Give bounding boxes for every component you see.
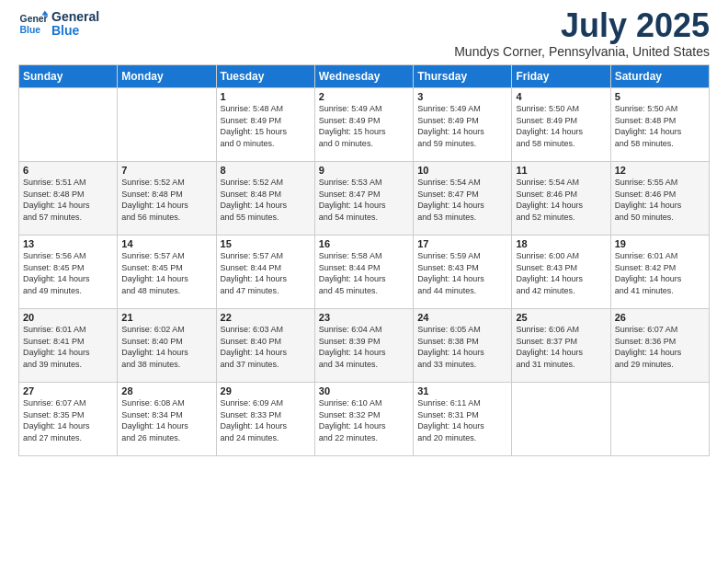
day-number: 13 [23, 238, 113, 249]
calendar-cell: 10Sunrise: 5:54 AM Sunset: 8:47 PM Dayli… [414, 162, 512, 236]
calendar-cell: 15Sunrise: 5:57 AM Sunset: 8:44 PM Dayli… [216, 236, 314, 309]
day-number: 22 [221, 312, 311, 323]
day-number: 31 [417, 385, 507, 396]
day-info: Sunrise: 6:08 AM Sunset: 8:34 PM Dayligh… [121, 397, 211, 443]
day-number: 6 [23, 165, 113, 176]
day-info: Sunrise: 6:02 AM Sunset: 8:40 PM Dayligh… [121, 324, 211, 370]
day-number: 8 [221, 165, 311, 176]
day-info: Sunrise: 5:49 AM Sunset: 8:49 PM Dayligh… [319, 103, 409, 149]
calendar-cell: 12Sunrise: 5:55 AM Sunset: 8:46 PM Dayli… [610, 162, 709, 236]
calendar-cell: 5Sunrise: 5:50 AM Sunset: 8:48 PM Daylig… [610, 88, 709, 162]
day-info: Sunrise: 5:54 AM Sunset: 8:46 PM Dayligh… [516, 177, 606, 223]
weekday-header: Friday [512, 65, 610, 88]
calendar-week-row: 6Sunrise: 5:51 AM Sunset: 8:48 PM Daylig… [19, 162, 710, 236]
calendar-cell: 23Sunrise: 6:04 AM Sunset: 8:39 PM Dayli… [314, 309, 413, 383]
header: General Blue General Blue July 2025 Mund… [18, 9, 710, 59]
calendar-cell: 14Sunrise: 5:57 AM Sunset: 8:45 PM Dayli… [118, 236, 216, 309]
calendar-cell: 13Sunrise: 5:56 AM Sunset: 8:45 PM Dayli… [19, 236, 118, 309]
logo: General Blue General Blue [18, 9, 99, 39]
calendar-cell: 27Sunrise: 6:07 AM Sunset: 8:35 PM Dayli… [19, 383, 118, 456]
logo-line2: Blue [51, 24, 99, 38]
day-info: Sunrise: 6:09 AM Sunset: 8:33 PM Dayligh… [221, 397, 311, 443]
day-number: 10 [417, 165, 507, 176]
day-number: 2 [319, 91, 409, 102]
day-number: 26 [615, 312, 705, 323]
svg-text:General: General [20, 14, 48, 24]
day-info: Sunrise: 5:53 AM Sunset: 8:47 PM Dayligh… [319, 177, 409, 223]
day-number: 19 [615, 238, 705, 249]
day-info: Sunrise: 6:07 AM Sunset: 8:35 PM Dayligh… [23, 397, 113, 443]
day-info: Sunrise: 5:52 AM Sunset: 8:48 PM Dayligh… [221, 177, 311, 223]
calendar-week-row: 20Sunrise: 6:01 AM Sunset: 8:41 PM Dayli… [19, 309, 710, 383]
day-number: 5 [615, 91, 705, 102]
day-number: 17 [417, 238, 507, 249]
calendar-cell: 9Sunrise: 5:53 AM Sunset: 8:47 PM Daylig… [314, 162, 413, 236]
day-number: 14 [121, 238, 211, 249]
calendar-cell: 17Sunrise: 5:59 AM Sunset: 8:43 PM Dayli… [414, 236, 512, 309]
day-info: Sunrise: 6:06 AM Sunset: 8:37 PM Dayligh… [516, 324, 606, 370]
weekday-header: Wednesday [314, 65, 413, 88]
weekday-header: Sunday [19, 65, 118, 88]
calendar-cell [19, 88, 118, 162]
logo-line1: General [51, 10, 99, 24]
day-info: Sunrise: 6:07 AM Sunset: 8:36 PM Dayligh… [615, 324, 705, 370]
day-number: 28 [121, 385, 211, 396]
calendar-cell [512, 383, 610, 456]
day-number: 29 [221, 385, 311, 396]
weekday-header: Monday [118, 65, 216, 88]
calendar-cell: 19Sunrise: 6:01 AM Sunset: 8:42 PM Dayli… [610, 236, 709, 309]
calendar-cell: 1Sunrise: 5:48 AM Sunset: 8:49 PM Daylig… [216, 88, 314, 162]
day-number: 9 [319, 165, 409, 176]
day-info: Sunrise: 5:50 AM Sunset: 8:48 PM Dayligh… [615, 103, 705, 149]
calendar-cell: 20Sunrise: 6:01 AM Sunset: 8:41 PM Dayli… [19, 309, 118, 383]
day-info: Sunrise: 5:48 AM Sunset: 8:49 PM Dayligh… [221, 103, 311, 149]
calendar-cell: 24Sunrise: 6:05 AM Sunset: 8:38 PM Dayli… [414, 309, 512, 383]
logo-icon: General Blue [18, 9, 48, 39]
day-info: Sunrise: 5:57 AM Sunset: 8:45 PM Dayligh… [121, 250, 211, 296]
calendar-cell: 2Sunrise: 5:49 AM Sunset: 8:49 PM Daylig… [314, 88, 413, 162]
calendar-cell: 29Sunrise: 6:09 AM Sunset: 8:33 PM Dayli… [216, 383, 314, 456]
month-title: July 2025 [454, 9, 710, 42]
weekday-header: Thursday [414, 65, 512, 88]
calendar-week-row: 27Sunrise: 6:07 AM Sunset: 8:35 PM Dayli… [19, 383, 710, 456]
day-info: Sunrise: 5:50 AM Sunset: 8:49 PM Dayligh… [516, 103, 606, 149]
day-number: 11 [516, 165, 606, 176]
calendar-cell: 4Sunrise: 5:50 AM Sunset: 8:49 PM Daylig… [512, 88, 610, 162]
day-info: Sunrise: 6:04 AM Sunset: 8:39 PM Dayligh… [319, 324, 409, 370]
calendar-cell: 28Sunrise: 6:08 AM Sunset: 8:34 PM Dayli… [118, 383, 216, 456]
day-number: 23 [319, 312, 409, 323]
calendar-week-row: 1Sunrise: 5:48 AM Sunset: 8:49 PM Daylig… [19, 88, 710, 162]
day-info: Sunrise: 6:03 AM Sunset: 8:40 PM Dayligh… [221, 324, 311, 370]
day-number: 1 [221, 91, 311, 102]
day-info: Sunrise: 5:58 AM Sunset: 8:44 PM Dayligh… [319, 250, 409, 296]
day-number: 15 [221, 238, 311, 249]
day-info: Sunrise: 5:57 AM Sunset: 8:44 PM Dayligh… [221, 250, 311, 296]
calendar-cell: 3Sunrise: 5:49 AM Sunset: 8:49 PM Daylig… [414, 88, 512, 162]
weekday-header-row: SundayMondayTuesdayWednesdayThursdayFrid… [19, 65, 710, 88]
day-number: 21 [121, 312, 211, 323]
weekday-header: Tuesday [216, 65, 314, 88]
day-number: 20 [23, 312, 113, 323]
day-number: 30 [319, 385, 409, 396]
calendar-cell: 11Sunrise: 5:54 AM Sunset: 8:46 PM Dayli… [512, 162, 610, 236]
day-info: Sunrise: 6:10 AM Sunset: 8:32 PM Dayligh… [319, 397, 409, 443]
calendar-week-row: 13Sunrise: 5:56 AM Sunset: 8:45 PM Dayli… [19, 236, 710, 309]
day-number: 25 [516, 312, 606, 323]
day-info: Sunrise: 5:51 AM Sunset: 8:48 PM Dayligh… [23, 177, 113, 223]
calendar-cell [118, 88, 216, 162]
calendar-cell: 8Sunrise: 5:52 AM Sunset: 8:48 PM Daylig… [216, 162, 314, 236]
day-info: Sunrise: 5:49 AM Sunset: 8:49 PM Dayligh… [417, 103, 507, 149]
calendar-cell: 6Sunrise: 5:51 AM Sunset: 8:48 PM Daylig… [19, 162, 118, 236]
day-info: Sunrise: 6:05 AM Sunset: 8:38 PM Dayligh… [417, 324, 507, 370]
day-number: 24 [417, 312, 507, 323]
day-info: Sunrise: 5:54 AM Sunset: 8:47 PM Dayligh… [417, 177, 507, 223]
day-info: Sunrise: 5:56 AM Sunset: 8:45 PM Dayligh… [23, 250, 113, 296]
svg-text:Blue: Blue [20, 25, 41, 35]
calendar-cell: 26Sunrise: 6:07 AM Sunset: 8:36 PM Dayli… [610, 309, 709, 383]
calendar-cell: 25Sunrise: 6:06 AM Sunset: 8:37 PM Dayli… [512, 309, 610, 383]
day-number: 12 [615, 165, 705, 176]
calendar-cell: 21Sunrise: 6:02 AM Sunset: 8:40 PM Dayli… [118, 309, 216, 383]
calendar-cell: 7Sunrise: 5:52 AM Sunset: 8:48 PM Daylig… [118, 162, 216, 236]
weekday-header: Saturday [610, 65, 709, 88]
calendar-table: SundayMondayTuesdayWednesdayThursdayFrid… [18, 64, 710, 456]
